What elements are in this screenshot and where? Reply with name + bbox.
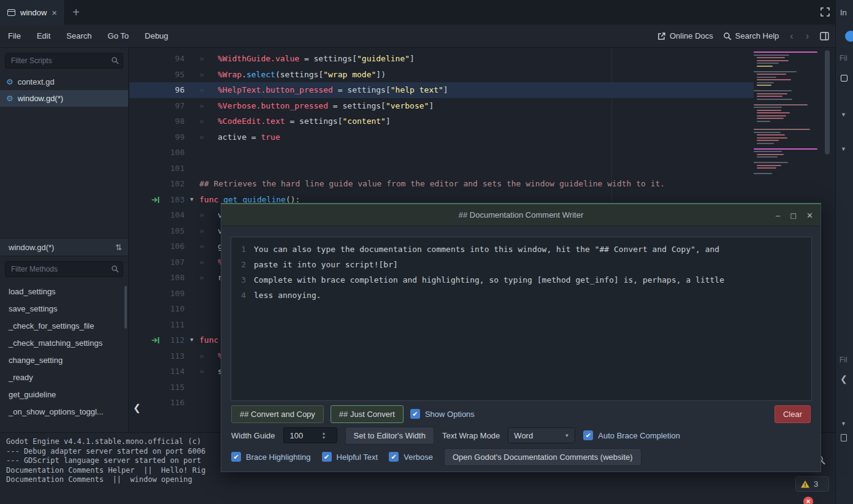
distraction-free-icon[interactable]	[820, 7, 830, 17]
method-list-item[interactable]: get_guideline	[0, 386, 128, 403]
checkbox-label: Verbose	[404, 452, 433, 462]
method-list-item[interactable]: save_settings	[0, 300, 128, 318]
fold-arrow-icon[interactable]: ▼	[190, 332, 193, 348]
code-line[interactable]: 99»active = true	[129, 129, 835, 145]
script-list: ⚙context.gd⚙window.gd(*)	[0, 71, 128, 238]
filter-scripts-input[interactable]	[5, 53, 123, 69]
code-line[interactable]: 95»%Wrap.select(settings["wrap mode"])	[129, 67, 835, 83]
chevron-down-icon[interactable]: ▼	[841, 112, 846, 118]
menu-edit[interactable]: Edit	[29, 25, 58, 48]
online-docs-label: Online Docs	[670, 31, 713, 40]
doc-comment-text-editor[interactable]: 1You can also type the documentation com…	[231, 237, 812, 401]
verbose-checkbox[interactable]: ✔ Verbose	[389, 452, 433, 462]
code-token: = settings[	[328, 101, 386, 110]
history-forward-icon[interactable]: ›	[805, 31, 810, 42]
method-list-item[interactable]: _check_for_settings_file	[0, 318, 128, 335]
scrollbar[interactable]	[824, 48, 831, 432]
minimap-line	[754, 71, 797, 72]
code-token: ])	[376, 70, 386, 79]
search-help-label: Search Help	[735, 31, 779, 40]
minimap-line	[757, 93, 787, 94]
spin-up-icon[interactable]: ▲	[322, 431, 326, 435]
gdscript-icon: ⚙	[6, 94, 13, 103]
helpful-text-checkbox[interactable]: ✔ Helpful Text	[322, 452, 378, 462]
collapse-scripts-panel-button[interactable]: ❮	[133, 402, 141, 413]
minimap-line	[757, 134, 785, 136]
menu-go-to[interactable]: Go To	[100, 25, 137, 48]
width-guide-spinbox[interactable]: ▲▼	[283, 427, 337, 443]
scrollbar-thumb[interactable]	[825, 50, 830, 155]
just-convert-button[interactable]: ## Just Convert	[331, 405, 404, 423]
search-help-button[interactable]: Search Help	[723, 31, 779, 40]
minimap-line	[757, 63, 779, 64]
code-line[interactable]: 96»%HelpText.button_pressed = settings["…	[129, 82, 835, 98]
history-back-icon[interactable]: ‹	[789, 31, 794, 42]
spin-down-icon[interactable]: ▼	[322, 435, 326, 440]
show-options-checkbox[interactable]: ✔ Show Options	[410, 409, 475, 419]
code-token: active =	[218, 132, 261, 142]
code-line[interactable]: 102## Retrieves the hard line guide valu…	[129, 176, 835, 192]
code-line[interactable]: 100	[129, 145, 835, 161]
menu-search[interactable]: Search	[58, 25, 99, 48]
open-docs-website-button[interactable]: Open Godot's Documentation Comments (web…	[444, 448, 641, 466]
filesystem-filter-partial[interactable]: Fil	[840, 356, 847, 364]
dialog-titlebar[interactable]: ## Documentation Comment Writer – ◻ ✕	[221, 204, 820, 226]
error-icon[interactable]: ✕	[803, 497, 813, 504]
chevron-down-icon[interactable]: ▼	[841, 146, 846, 152]
doc-text-line: 3Complete with brace completion and high…	[235, 272, 811, 288]
close-icon[interactable]: ✕	[806, 211, 813, 220]
method-list-item[interactable]: _ready	[0, 369, 128, 386]
script-list-item[interactable]: ⚙context.gd	[0, 74, 128, 90]
method-list-item[interactable]: _on_show_options_toggl...	[0, 403, 128, 421]
set-editor-width-button[interactable]: Set to Editor's Width	[345, 427, 434, 445]
minimize-icon[interactable]: –	[776, 211, 780, 220]
code-line[interactable]: 94»%WidthGuide.value = settings["guideli…	[129, 51, 835, 67]
width-guide-value[interactable]	[284, 431, 319, 440]
clear-button[interactable]: Clear	[775, 405, 811, 423]
code-line[interactable]: 98»%CodeEdit.text = settings["content"]	[129, 113, 835, 129]
close-icon[interactable]: ×	[52, 7, 57, 18]
new-tab-button[interactable]: +	[65, 0, 87, 25]
method-list-item[interactable]: load_settings	[0, 283, 128, 300]
scrollbar[interactable]	[124, 286, 127, 329]
method-list: load_settingssave_settings_check_for_set…	[0, 280, 128, 432]
dock-collapse-icon[interactable]: ❮	[840, 374, 847, 384]
minimap-line	[754, 151, 782, 152]
method-list-item[interactable]: change_setting	[0, 352, 128, 369]
method-list-item[interactable]: _check_matching_settings	[0, 335, 128, 352]
doc-text-line: 2paste it into your script![br]	[235, 257, 811, 272]
code-line[interactable]: 97»%Verbose.button_pressed = settings["v…	[129, 98, 835, 114]
maximize-icon[interactable]: ◻	[790, 211, 797, 220]
minimap-line	[754, 52, 817, 53]
script-list-item[interactable]: ⚙window.gd(*)	[0, 90, 128, 107]
tab-window[interactable]: window ×	[0, 0, 65, 25]
menu-debug[interactable]: Debug	[137, 25, 176, 48]
sort-methods-icon[interactable]: ⇅	[115, 243, 122, 252]
convert-and-copy-button[interactable]: ## Convert and Copy	[231, 405, 324, 423]
code-token: ]	[410, 54, 415, 63]
brace-highlighting-checkbox[interactable]: ✔ Brace Highlighting	[231, 452, 311, 462]
spinbox-arrows[interactable]: ▲▼	[322, 431, 326, 440]
code-token: %Verbose.button_pressed	[218, 101, 328, 110]
inspector-tab-partial[interactable]: In	[840, 8, 847, 17]
minimap-line	[757, 118, 784, 119]
indent-marker: »	[199, 223, 218, 239]
code-token: "guideline"	[357, 54, 410, 63]
minimap-line	[757, 110, 781, 111]
chevron-down-icon[interactable]: ▼	[841, 421, 846, 427]
wrap-mode-dropdown[interactable]: Word ▼	[508, 427, 575, 443]
code-line[interactable]: 101	[129, 161, 835, 177]
warnings-badge[interactable]: ! 3	[795, 476, 829, 492]
checkbox-label: Brace Highlighting	[246, 452, 311, 462]
auto-brace-checkbox[interactable]: ✔ Auto Brace Completion	[583, 430, 680, 440]
inspector-filter-partial[interactable]: Fil	[840, 54, 847, 63]
minimap-line	[757, 99, 792, 100]
current-script-header[interactable]: window.gd(*) ⇅	[0, 238, 128, 256]
script-panel-toggle-icon[interactable]	[820, 32, 829, 40]
menu-file[interactable]: File	[0, 25, 29, 48]
online-docs-button[interactable]: Online Docs	[657, 31, 713, 40]
code-token: = settings[	[285, 116, 343, 126]
filter-methods-input[interactable]	[5, 261, 123, 277]
fold-arrow-icon[interactable]: ▼	[190, 192, 193, 208]
menu-bar: FileEditSearchGo ToDebug Online Docs Sea…	[0, 25, 835, 48]
